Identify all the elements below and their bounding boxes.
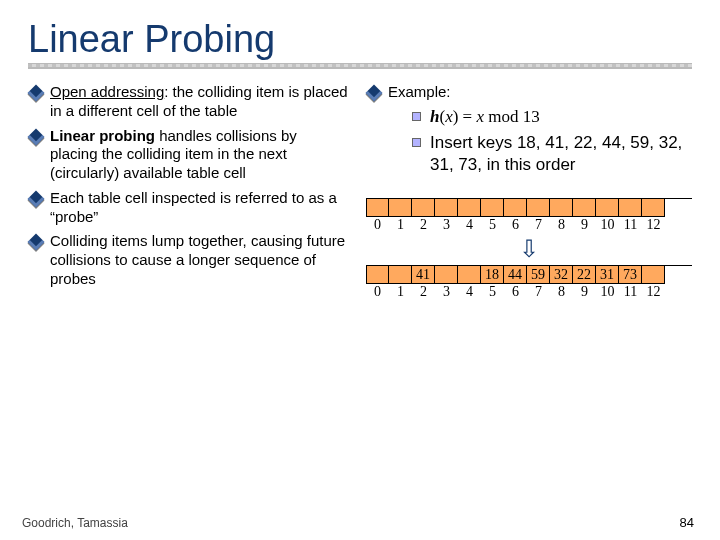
table-cell	[550, 199, 573, 217]
hash-tables: 0123456789101112 ⇩ 4118445932223173 0123…	[366, 198, 692, 300]
index-label: 0	[366, 284, 389, 300]
example-label: Example:	[388, 83, 451, 100]
table-cell	[481, 199, 504, 217]
footer-credit: Goodrich, Tamassia	[22, 516, 128, 530]
table-cell: 44	[504, 266, 527, 284]
example-heading: Example: h(x) = x mod 13 Insert keys 18,…	[366, 83, 692, 176]
index-label: 12	[642, 284, 665, 300]
index-label: 2	[412, 217, 435, 233]
index-label: 6	[504, 284, 527, 300]
hash-mod: mod 13	[484, 107, 540, 126]
bullet-text: Each table cell inspected is referred to…	[50, 189, 337, 225]
table-cell	[596, 199, 619, 217]
bullet-probe: Each table cell inspected is referred to…	[28, 189, 348, 227]
index-label: 9	[573, 217, 596, 233]
bullet-linear-probing: Linear probing handles collisions by pla…	[28, 127, 348, 183]
labels-before: 0123456789101112	[366, 217, 692, 233]
bullet-clustering: Colliding items lump together, causing f…	[28, 232, 348, 288]
index-label: 5	[481, 217, 504, 233]
table-cell	[642, 199, 665, 217]
table-cell: 22	[573, 266, 596, 284]
table-cell: 59	[527, 266, 550, 284]
arrow-down-icon: ⇩	[366, 237, 692, 261]
left-bullets: Open addressing: the colliding item is p…	[28, 83, 348, 289]
index-label: 7	[527, 217, 550, 233]
hash-close-eq: ) =	[453, 107, 477, 126]
table-cell	[527, 199, 550, 217]
index-label: 4	[458, 217, 481, 233]
hash-x2: x	[476, 107, 484, 126]
example-sublist: h(x) = x mod 13 Insert keys 18, 41, 22, …	[388, 106, 692, 176]
index-label: 10	[596, 217, 619, 233]
table-after: 4118445932223173	[366, 265, 692, 284]
index-label: 8	[550, 217, 573, 233]
hash-x: x	[445, 107, 453, 126]
index-label: 4	[458, 284, 481, 300]
table-cell	[458, 199, 481, 217]
table-cell: 73	[619, 266, 642, 284]
bullet-open-addressing: Open addressing: the colliding item is p…	[28, 83, 348, 121]
table-cell	[573, 199, 596, 217]
term-open-addressing: Open addressing	[50, 83, 164, 100]
table-cell	[435, 266, 458, 284]
index-label: 5	[481, 284, 504, 300]
labels-after: 0123456789101112	[366, 284, 692, 300]
index-label: 7	[527, 284, 550, 300]
title-rule	[28, 63, 692, 69]
index-label: 11	[619, 217, 642, 233]
table-cell	[435, 199, 458, 217]
index-label: 10	[596, 284, 619, 300]
term-linear-probing: Linear probing	[50, 127, 155, 144]
table-cell	[366, 266, 389, 284]
bullet-text: Colliding items lump together, causing f…	[50, 232, 345, 287]
hash-function: h(x) = x mod 13	[412, 106, 692, 128]
insert-text: Insert keys 18, 41, 22, 44, 59, 32, 31, …	[430, 133, 682, 174]
table-cell	[504, 199, 527, 217]
table-cell	[619, 199, 642, 217]
index-label: 11	[619, 284, 642, 300]
table-cell	[389, 199, 412, 217]
index-label: 8	[550, 284, 573, 300]
index-label: 1	[389, 217, 412, 233]
index-label: 3	[435, 217, 458, 233]
example-heading-list: Example: h(x) = x mod 13 Insert keys 18,…	[366, 83, 692, 176]
index-label: 6	[504, 217, 527, 233]
table-cell	[389, 266, 412, 284]
index-label: 3	[435, 284, 458, 300]
table-cell: 18	[481, 266, 504, 284]
table-cell: 31	[596, 266, 619, 284]
table-cell	[642, 266, 665, 284]
slide-title: Linear Probing	[28, 18, 692, 61]
table-cell: 41	[412, 266, 435, 284]
page-number: 84	[680, 515, 694, 530]
left-column: Open addressing: the colliding item is p…	[28, 83, 348, 300]
table-cell: 32	[550, 266, 573, 284]
index-label: 2	[412, 284, 435, 300]
right-column: Example: h(x) = x mod 13 Insert keys 18,…	[366, 83, 692, 300]
table-before	[366, 198, 692, 217]
index-label: 12	[642, 217, 665, 233]
table-cell	[458, 266, 481, 284]
insert-sequence: Insert keys 18, 41, 22, 44, 59, 32, 31, …	[412, 132, 692, 176]
index-label: 1	[389, 284, 412, 300]
index-label: 0	[366, 217, 389, 233]
index-label: 9	[573, 284, 596, 300]
table-cell	[412, 199, 435, 217]
table-cell	[366, 199, 389, 217]
